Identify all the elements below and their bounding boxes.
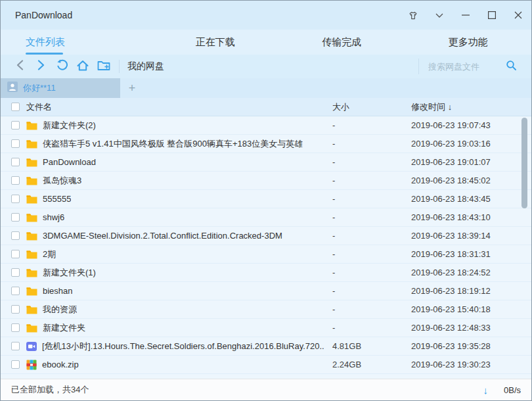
file-size: -	[332, 231, 335, 241]
window-title: PanDownload	[15, 10, 72, 20]
row-checkbox[interactable]	[11, 139, 20, 148]
table-row[interactable]: 侠盗猎车手5 v1.41中国风终极版 整合版900辆真车+183位美女与英雄 -…	[1, 135, 531, 153]
column-header-mtime[interactable]: 修改时间 ↓	[411, 101, 452, 113]
row-checkbox[interactable]	[11, 342, 20, 350]
row-checkbox[interactable]	[11, 231, 20, 240]
table-row[interactable]: bieshan - 2019-06-23 18:19:12	[1, 282, 531, 300]
row-checkbox[interactable]	[11, 305, 20, 314]
download-speed-icon: ↓	[483, 385, 489, 396]
toolbar-separator	[119, 60, 120, 73]
folder-icon	[26, 305, 37, 314]
forward-icon	[37, 60, 45, 73]
table-row[interactable]: 孤岛惊魂3 - 2019-06-23 18:45:02	[1, 172, 531, 190]
table-row[interactable]: [危机13小时].13.Hours.The.Secret.Soldiers.of…	[1, 337, 531, 356]
user-avatar-icon	[7, 82, 18, 95]
file-size: -	[332, 212, 335, 222]
file-name: shwj6	[43, 212, 64, 222]
file-mtime: 2019-06-23 19:30:23	[411, 360, 491, 369]
table-row[interactable]: shwj6 - 2019-06-23 18:43:10	[1, 208, 531, 227]
row-checkbox[interactable]	[11, 121, 20, 130]
menu-dropdown-button[interactable]	[426, 1, 453, 30]
table-row[interactable]: ebook.zip 2.24GB 2019-06-23 19:30:23	[1, 356, 531, 374]
window-controls	[400, 1, 531, 30]
file-mtime: 2019-06-23 12:48:33	[411, 323, 491, 333]
row-checkbox[interactable]	[11, 176, 20, 185]
skin-theme-button[interactable]	[400, 1, 426, 30]
maximize-button[interactable]	[479, 1, 505, 30]
download-speed-value: 0B/s	[499, 385, 521, 395]
table-row[interactable]: 3DMGAME-Steel.Division.2.Total.Conflict.…	[1, 227, 531, 245]
new-folder-button[interactable]	[94, 58, 114, 75]
folder-icon	[26, 176, 37, 185]
row-checkbox[interactable]	[11, 287, 20, 295]
table-row[interactable]: 新建文件夹 - 2019-06-23 12:48:33	[1, 319, 531, 337]
zip-archive-icon	[26, 360, 37, 370]
refresh-icon	[56, 59, 68, 74]
row-checkbox[interactable]	[11, 360, 20, 369]
row-checkbox[interactable]	[11, 250, 20, 258]
tab-label: 文件列表	[26, 36, 65, 49]
table-row[interactable]: 555555 - 2019-06-23 18:43:45	[1, 190, 531, 208]
refresh-button[interactable]	[52, 58, 72, 75]
rows-container: 新建文件夹(2) - 2019-06-23 19:07:43 侠盗猎车手5 v1…	[1, 116, 531, 374]
file-size: -	[332, 286, 335, 296]
forward-button[interactable]	[31, 58, 51, 75]
back-button[interactable]	[10, 58, 30, 75]
scrollbar-thumb[interactable]	[521, 118, 527, 208]
close-button[interactable]	[505, 1, 531, 30]
table-row[interactable]: 新建文件夹(2) - 2019-06-23 19:07:43	[1, 116, 531, 135]
file-name: PanDownload	[43, 157, 96, 167]
table-row[interactable]: 2期 - 2019-06-23 18:31:31	[1, 245, 531, 264]
tab-file-list[interactable]: 文件列表	[1, 30, 152, 55]
file-mtime: 2019-06-23 19:03:16	[411, 139, 491, 149]
tab-more-features[interactable]: 更多功能	[405, 30, 532, 55]
file-mtime: 2019-06-23 19:07:43	[411, 120, 491, 130]
file-name: ebook.zip	[42, 360, 79, 369]
file-size: 2.24GB	[332, 360, 361, 369]
file-name: 孤岛惊魂3	[43, 175, 81, 187]
column-header-size[interactable]: 大小	[332, 101, 349, 113]
row-checkbox[interactable]	[11, 323, 20, 332]
close-icon	[514, 11, 522, 19]
search-input[interactable]	[428, 62, 506, 72]
sort-descending-icon: ↓	[448, 102, 453, 112]
scrollbar-track[interactable]	[521, 116, 527, 379]
file-size: -	[332, 323, 335, 333]
table-row[interactable]: 我的资源 - 2019-06-23 15:40:18	[1, 300, 531, 319]
load-status-text: 已全部加载，共34个	[11, 384, 89, 396]
file-mtime: 2019-06-23 19:35:28	[411, 341, 491, 351]
statusbar: 已全部加载，共34个 ↓ 0B/s	[1, 379, 531, 400]
file-name: 新建文件夹(1)	[43, 267, 96, 279]
file-size: -	[332, 194, 335, 204]
add-account-button[interactable]: +	[120, 78, 144, 98]
table-row[interactable]: 新建文件夹(1) - 2019-06-23 18:24:52	[1, 264, 531, 282]
account-username: 你好**11	[23, 82, 56, 94]
home-button[interactable]	[73, 58, 93, 75]
tab-label: 传输完成	[322, 36, 361, 49]
folder-icon	[26, 139, 37, 149]
row-checkbox[interactable]	[11, 213, 20, 222]
video-file-icon	[26, 341, 37, 352]
row-checkbox[interactable]	[11, 158, 20, 166]
row-checkbox[interactable]	[11, 195, 20, 203]
row-checkbox[interactable]	[11, 268, 20, 277]
column-header-name[interactable]: 文件名	[26, 101, 52, 113]
file-name: bieshan	[43, 286, 73, 296]
file-size: -	[332, 304, 335, 314]
table-row[interactable]: PanDownload - 2019-06-23 19:01:07	[1, 153, 531, 172]
search-icon[interactable]	[506, 60, 517, 74]
file-mtime: 2019-06-23 18:43:10	[411, 212, 491, 222]
folder-icon	[26, 158, 37, 167]
toolbar: 我的网盘	[1, 55, 531, 78]
file-mtime: 2019-06-23 18:45:02	[411, 176, 491, 185]
titlebar: PanDownload	[1, 1, 531, 30]
tab-downloading[interactable]: 正在下载	[152, 30, 279, 55]
account-strip: 你好**11 +	[1, 78, 531, 98]
tab-transfer-complete[interactable]: 传输完成	[278, 30, 405, 55]
folder-icon	[26, 213, 37, 222]
chevron-down-icon	[435, 13, 443, 18]
folder-icon	[26, 121, 37, 130]
account-tab[interactable]: 你好**11	[1, 78, 120, 98]
minimize-button[interactable]	[453, 1, 479, 30]
select-all-checkbox[interactable]	[11, 103, 20, 111]
